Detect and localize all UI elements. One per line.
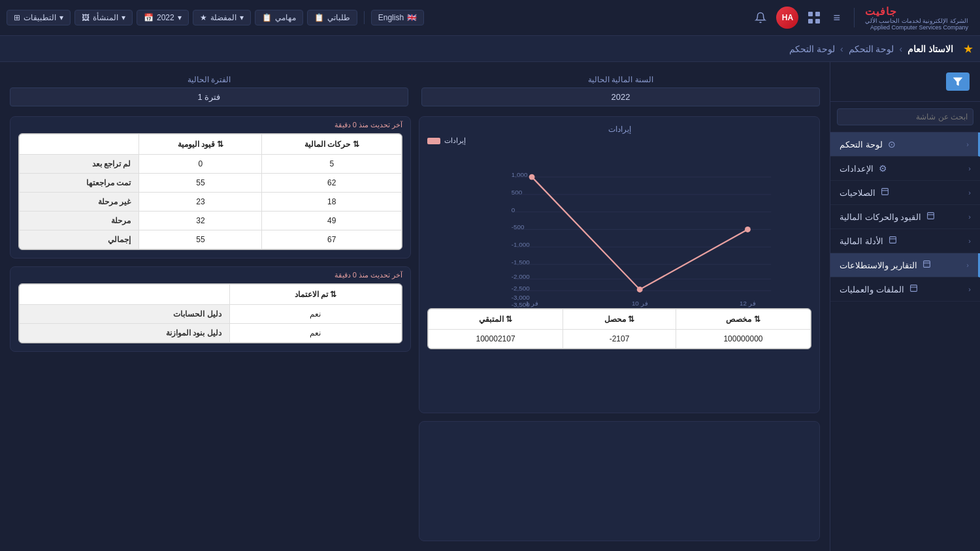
content-area: السنة المالية الحالية 2022 الفترة الحالي…: [0, 62, 830, 551]
reports-icon: [923, 260, 931, 270]
tasks-icon: 📋: [262, 13, 272, 22]
breadcrumb: ★ الاستاذ العام › لوحة التحكم › لوحة الت…: [789, 42, 973, 56]
sidebar-item-transactions[interactable]: ‹ القيود والحركات المالية: [830, 205, 980, 229]
svg-rect-1: [815, 12, 820, 16]
svg-rect-13: [910, 285, 917, 292]
favorites-star-icon: ★: [200, 13, 207, 22]
approval-table: ⇅ تم الاعتماد نعم دليل ا: [19, 284, 402, 343]
sidebar-item-permissions[interactable]: ‹ الصلاحيات: [830, 181, 980, 205]
bottom-left-card: [419, 421, 820, 542]
apps-selector[interactable]: ▾ التطبيقات ⊞: [7, 10, 71, 25]
chevron-icon: ‹: [966, 261, 969, 269]
sidebar-settings-label: الإعدادات: [840, 164, 874, 174]
favorite-star-button[interactable]: ★: [963, 42, 973, 56]
approval-label-header: [20, 285, 230, 305]
bottom-left-card-content: [419, 422, 819, 541]
trans-col2-header[interactable]: ⇅ قيود اليومية: [139, 134, 262, 155]
settings-icon: ⚙: [879, 163, 887, 174]
budget-col1-header[interactable]: ⇅ مخصص: [676, 309, 810, 330]
budget-cell-col2: 2107-: [563, 330, 676, 349]
trans-row3-col2: 32: [139, 212, 262, 230]
sidebar-item-reports[interactable]: ‹ التقارير والاستطلاعات: [830, 253, 980, 277]
budget-table: ⇅ مخصص ⇅ محصل ⇅ المتبقي: [428, 309, 811, 349]
sidebar-item-financial-guides[interactable]: ‹ الأدلة المالية: [830, 229, 980, 253]
chart-point-3: [745, 227, 751, 232]
fiscal-year-selector[interactable]: 2022: [421, 87, 820, 106]
breadcrumb-nav: ★ الاستاذ العام › لوحة التحكم › لوحة الت…: [0, 36, 980, 62]
sidebar-item-dashboard[interactable]: ‹ ⊙ لوحة التحكم: [830, 133, 980, 157]
trans-row1-col1: 62: [262, 174, 402, 193]
sidebar-item-settings[interactable]: ‹ ⚙ الإعدادات: [830, 157, 980, 181]
my-tasks-button[interactable]: مهامي 📋: [255, 10, 303, 25]
svg-marker-4: [953, 78, 962, 86]
svg-text:فر 12: فر 12: [740, 300, 756, 307]
breadcrumb-title: الاستاذ العام: [907, 44, 953, 54]
table-row: نعم دليل الحسابات: [20, 305, 402, 324]
trans-row2-col1: 18: [262, 193, 402, 212]
table-row: نعم دليل بنود الموازنة: [20, 324, 402, 343]
logo-subtitle: الشركة الإلكترونية لخدمات الحاسب الأليAp…: [865, 18, 968, 31]
svg-rect-11: [923, 261, 930, 268]
sidebar-permissions-label: الصلاحيات: [840, 188, 875, 198]
budget-col2-header[interactable]: ⇅ محصل: [563, 309, 676, 330]
current-period-selector[interactable]: فترة 1: [10, 87, 408, 106]
logo-title: جافيت: [865, 5, 897, 18]
apps-grid-button[interactable]: [805, 8, 823, 27]
language-selector[interactable]: 🇬🇧 English: [371, 10, 424, 25]
sidebar-search-area: [830, 102, 980, 133]
chevron-icon: ‹: [968, 285, 971, 293]
trans-row4-col2: 55: [139, 230, 262, 249]
filter-button[interactable]: [946, 72, 970, 91]
content-grid: إيرادات إيرادات 1,000 500 0 500-: [10, 116, 820, 541]
chart-point-2: [637, 287, 643, 292]
my-requests-button[interactable]: طلباتي 📋: [307, 10, 357, 25]
requests-label: طلباتي: [327, 13, 350, 22]
calendar-icon: 📅: [144, 13, 154, 22]
breadcrumb-path: الاستاذ العام › لوحة التحكم › لوحة التحك…: [789, 44, 953, 54]
logo: جافيت الشركة الإلكترونية لخدمات الحاسب ا…: [865, 5, 968, 31]
approval-card: آخر تحديث منذ 0 دقيقة ⇅ تم الاعتماد: [10, 266, 411, 352]
breadcrumb-link1[interactable]: لوحة التحكم: [849, 44, 894, 54]
dashboard-icon: ⊙: [888, 139, 896, 150]
chart-legend: إيرادات: [427, 136, 811, 145]
trans-row3-label: مرحلة: [20, 212, 139, 230]
notifications-button[interactable]: [751, 8, 770, 27]
trans-col1-header[interactable]: ⇅ حركات المالية: [262, 134, 402, 155]
trans-row1-label: تمت مراجعتها: [20, 174, 139, 193]
transactions-update-text: آخر تحديث منذ 0 دقيقة: [335, 121, 402, 129]
favorites-button[interactable]: ▾ المفضلة ★: [193, 10, 251, 25]
sidebar-search-input[interactable]: [837, 108, 973, 125]
transactions-card-content: ⇅ حركات المالية ⇅ قيود اليومية: [10, 133, 410, 258]
table-row: 67 55 إجمالي: [20, 230, 402, 249]
trans-label-header: [20, 134, 139, 155]
right-sidebar: ‹ ⊙ لوحة التحكم ‹ ⚙ الإعدادات ‹ الصلاحيا…: [830, 62, 980, 551]
budget-cell-col3: 100002107: [429, 330, 563, 349]
year-value: 2022: [157, 13, 174, 22]
top-nav-right: 🇬🇧 English طلباتي 📋 مهامي 📋 ▾ المفضلة ★ …: [7, 10, 424, 25]
approval-row1-label: دليل بنود الموازنة: [20, 324, 230, 343]
year-selector[interactable]: ▾ 2022 📅: [137, 10, 189, 25]
budget-row: 100000000 2107- 100002107: [429, 330, 811, 349]
transactions-table: ⇅ حركات المالية ⇅ قيود اليومية: [19, 134, 402, 249]
chart-card-content: إيرادات إيرادات 1,000 500 0 500-: [419, 117, 819, 413]
sidebar-transactions-label: القيود والحركات المالية: [840, 212, 921, 222]
favorites-chevron: ▾: [240, 13, 244, 22]
budget-col3-header[interactable]: ⇅ المتبقي: [429, 309, 563, 330]
sidebar-item-files[interactable]: ‹ الملفات والعمليات: [830, 277, 980, 302]
period-selectors: السنة المالية الحالية 2022 الفترة الحالي…: [10, 72, 820, 110]
approval-col1-header[interactable]: ⇅ تم الاعتماد: [229, 285, 401, 305]
approval-row1-col1: نعم: [229, 324, 401, 343]
approval-table-container: ⇅ تم الاعتماد نعم دليل ا: [18, 283, 402, 343]
approval-update-text: آخر تحديث منذ 0 دقيقة: [335, 271, 402, 279]
user-avatar-button[interactable]: HA: [776, 7, 798, 29]
approval-card-content: ⇅ تم الاعتماد نعم دليل ا: [10, 283, 410, 351]
hamburger-button[interactable]: ≡: [830, 8, 843, 28]
line-chart-svg: 1,000 500 0 500- 1,000- 1,500- 2,000- 2,…: [427, 145, 811, 308]
favorites-label: المفضلة: [210, 13, 237, 22]
publisher-selector[interactable]: ▾ المنشأة 🖼: [74, 10, 133, 25]
sidebar-financial-guides-label: الأدلة المالية: [840, 236, 883, 246]
budget-table-container: ⇅ مخصص ⇅ محصل ⇅ المتبقي: [427, 308, 811, 349]
breadcrumb-link2[interactable]: لوحة التحكم: [789, 44, 835, 54]
table-row: 49 32 مرحلة: [20, 212, 402, 230]
apps-chevron: ▾: [59, 13, 63, 22]
